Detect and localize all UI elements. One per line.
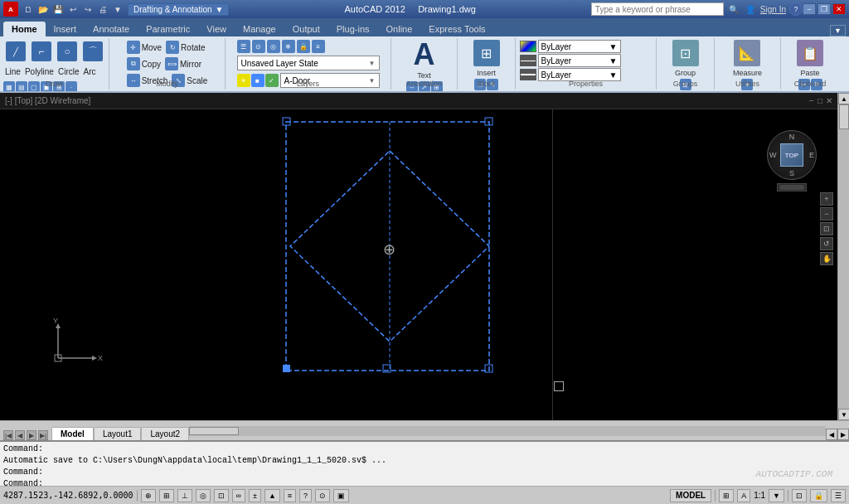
linetype-dropdown[interactable]: ByLayer ▼ [538,54,621,67]
drawing-area[interactable]: ⊕ Y X [0,109,837,420]
clui-btn[interactable]: ☰ [831,489,846,502]
tab-prev-btn[interactable]: ◀ [15,430,25,440]
layer-state-dropdown[interactable]: Unsaved Layer State ▼ [237,56,380,70]
tab-online[interactable]: Online [378,22,421,36]
text-tool-icon[interactable]: A [414,40,435,70]
tab-insert[interactable]: Insert [46,22,85,36]
sc-toggle[interactable]: ⊙ [315,489,330,502]
layer-freeze-icon[interactable]: ❄ [282,40,295,53]
tab-next-btn[interactable]: ▶ [27,430,36,440]
snap-toggle[interactable]: ⊕ [141,489,156,502]
insert-block-icon[interactable]: ⊞ [473,40,500,66]
viewport-maximize-btn[interactable]: □ [817,96,822,105]
polar-toggle[interactable]: ◎ [196,489,211,502]
zoom-out-btn[interactable]: − [820,207,833,220]
tab-layout2[interactable]: Layout2 [141,427,189,440]
tab-express[interactable]: Express Tools [420,22,493,36]
pan-btn[interactable]: ✋ [820,252,833,265]
draw-polyline-label[interactable]: Polyline [23,66,56,77]
scroll-down-btn[interactable]: ▼ [838,409,849,420]
modify-rotate-btn[interactable]: ↻ Rotate [164,40,206,55]
layer-off-icon[interactable]: ⊙ [252,40,265,53]
tab-view[interactable]: View [198,22,235,36]
close-button[interactable]: ✕ [832,3,846,15]
qa-open-btn[interactable]: 📂 [36,2,50,16]
tab-plugins[interactable]: Plug-ins [328,22,378,36]
qp-toggle[interactable]: ? [299,489,312,502]
viewport-close-btn[interactable]: ✕ [826,96,832,105]
scroll-up-btn[interactable]: ▲ [838,93,849,104]
modify-mirror-btn[interactable]: ⟺ Mirror [163,56,203,71]
nav-controls [763,183,821,191]
qa-print-btn[interactable]: 🖨 [96,2,109,16]
restore-button[interactable]: ❐ [817,3,831,15]
modify-move-btn[interactable]: ✛ Move [125,40,163,55]
hscroll-thumb[interactable] [189,427,239,435]
paste-icon[interactable]: 📋 [797,40,823,66]
qa-save-btn[interactable]: 💾 [51,2,65,16]
draw-line-btn[interactable]: ╱ [3,40,28,64]
view-cube-top[interactable]: TOP [780,143,803,167]
pan-zoom-bar[interactable] [777,183,807,191]
ducs-toggle[interactable]: ± [249,489,261,502]
scale-dropdown-btn[interactable]: ▼ [769,489,784,502]
tab-parametric[interactable]: Parametric [138,22,198,36]
tab-annotate[interactable]: Annotate [85,22,138,36]
hscroll-track[interactable] [189,426,826,436]
tab-last-btn[interactable]: ▶| [38,430,48,440]
command-area[interactable]: Command: Automatic save to C:\Users\Dung… [0,440,849,486]
sign-in-link[interactable]: Sign In [760,5,786,14]
tab-home[interactable]: Home [3,22,46,36]
help-button[interactable]: ? [789,2,803,16]
otrack-toggle[interactable]: ∞ [232,489,245,502]
annotscale-btn[interactable]: A [737,489,750,502]
qa-undo-btn[interactable]: ↩ [66,2,80,16]
measure-icon[interactable]: 📐 [734,40,760,66]
orbit-btn[interactable]: ↺ [820,237,833,250]
hscroll-left-btn[interactable]: ◀ [826,429,837,440]
qa-redo-btn[interactable]: ↪ [81,2,95,16]
minimize-button[interactable]: − [803,3,816,15]
model-space-btn[interactable]: MODEL [670,489,711,502]
scroll-track[interactable] [838,104,849,409]
lweight-toggle[interactable]: ≡ [284,489,296,502]
modify-copy-btn[interactable]: ⧉ Copy [125,56,163,71]
search-input[interactable] [591,2,724,16]
draw-polyline-btn[interactable]: ⌐ [29,40,54,64]
zoom-extent-btn[interactable]: ⊡ [820,222,833,235]
workspace-switch-btn[interactable]: ⊡ [792,489,807,502]
layer-isolate-icon[interactable]: ◎ [267,40,280,53]
scroll-thumb[interactable] [839,104,849,129]
osnap-toggle[interactable]: ⊡ [214,489,229,502]
draw-circle-btn[interactable]: ○ [55,40,80,64]
workspace-dropdown[interactable]: Drafting & Annotation ▼ [128,3,229,16]
search-button[interactable]: 🔍 [727,2,740,16]
group-icon[interactable]: ⊡ [672,40,699,66]
tab-model[interactable]: Model [51,427,94,440]
tab-manage[interactable]: Manage [235,22,284,36]
viewport-minimize-btn[interactable]: − [809,96,814,105]
layer-lock-icon[interactable]: 🔒 [297,40,310,53]
viewport-scale-btn[interactable]: ⊞ [719,489,734,502]
tab-output[interactable]: Output [284,22,328,36]
ortho-toggle[interactable]: ⊥ [177,489,192,502]
tab-first-btn[interactable]: |◀ [3,430,13,440]
draw-arc-btn[interactable]: ⌒ [80,40,105,64]
user-icon[interactable]: 👤 [744,2,757,16]
draw-line-label[interactable]: Line [3,66,22,77]
zoom-in-btn[interactable]: + [820,192,833,206]
grid-toggle[interactable]: ⊞ [159,489,174,502]
color-dropdown[interactable]: ByLayer ▼ [538,40,621,53]
draw-arc-label[interactable]: Arc [82,66,98,77]
qa-more-btn[interactable]: ▼ [111,2,124,16]
ribbon-toggle-btn[interactable]: ▼ [830,25,846,36]
qa-new-btn[interactable]: 🗋 [22,2,35,16]
draw-circle-label[interactable]: Circle [56,66,81,77]
dyn-toggle[interactable]: ▲ [264,489,280,502]
layer-match-icon[interactable]: ≡ [312,40,325,53]
hscroll-right-btn[interactable]: ▶ [837,429,849,440]
am-toggle[interactable]: ▣ [333,489,349,502]
toolbar-lock-btn[interactable]: 🔒 [810,489,827,502]
layer-properties-icon[interactable]: ☰ [237,40,250,53]
tab-layout1[interactable]: Layout1 [94,427,142,440]
